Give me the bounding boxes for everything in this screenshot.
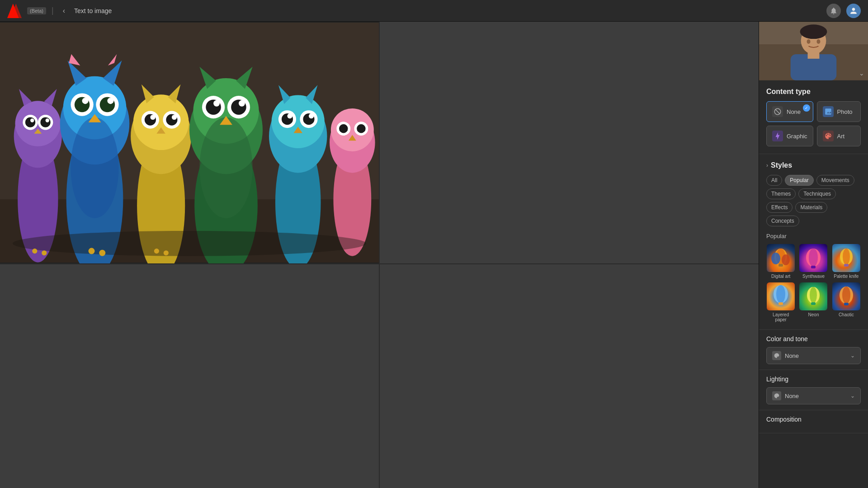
- styles-chevron: ›: [766, 162, 768, 169]
- svg-point-87: [800, 24, 827, 39]
- composition-title: Composition: [766, 416, 861, 423]
- selected-check: ✓: [803, 104, 810, 112]
- layered-paper-preview: [767, 282, 795, 310]
- content-type-photo[interactable]: Photo: [817, 101, 861, 122]
- svg-point-106: [843, 249, 850, 265]
- layered-paper-thumb: [767, 282, 795, 310]
- none-label: None: [787, 108, 801, 115]
- svg-point-19: [71, 117, 118, 218]
- webcam-collapse-chevron[interactable]: ⌄: [859, 70, 864, 77]
- svg-point-52: [239, 100, 245, 107]
- svg-point-74: [357, 124, 366, 133]
- main-layout: A: [0, 22, 868, 488]
- svg-rect-107: [844, 264, 849, 267]
- filter-movements[interactable]: Movements: [816, 175, 854, 186]
- svg-point-33: [133, 94, 189, 150]
- filter-effects[interactable]: Effects: [766, 202, 793, 213]
- digital-art-preview: [767, 244, 795, 272]
- content-type-art[interactable]: Art: [817, 126, 861, 146]
- art-icon: [823, 131, 834, 141]
- svg-rect-89: [808, 52, 820, 59]
- grid-cell-3[interactable]: [0, 264, 379, 488]
- color-tone-icon: [772, 351, 781, 360]
- grid-cell-2[interactable]: [380, 22, 759, 263]
- topbar-right: [826, 4, 861, 18]
- svg-point-61: [287, 113, 292, 118]
- style-grid: Digital art Synthwave: [766, 244, 861, 322]
- filter-themes[interactable]: Themes: [766, 188, 796, 199]
- svg-point-77: [32, 249, 37, 253]
- content-type-title: Content type: [766, 88, 861, 96]
- neon-preview: [799, 282, 827, 310]
- svg-point-110: [776, 285, 785, 303]
- grid-cell-1[interactable]: [0, 22, 379, 263]
- filter-popular[interactable]: Popular: [785, 175, 813, 186]
- divider: |: [52, 6, 54, 15]
- content-type-graphic[interactable]: Graphic: [766, 126, 813, 146]
- svg-point-12: [46, 118, 49, 122]
- svg-point-76: [13, 231, 366, 256]
- image-grid: [0, 22, 759, 488]
- style-palette-knife[interactable]: Palette knife: [832, 244, 861, 279]
- topbar: (Beta) | ‹ Text to image: [0, 0, 868, 22]
- svg-point-36: [150, 115, 155, 120]
- svg-point-11: [40, 117, 50, 127]
- back-button[interactable]: ‹: [59, 5, 69, 17]
- svg-point-22: [82, 98, 89, 104]
- art-label: Art: [837, 133, 845, 140]
- filter-tags: All Popular Movements Themes Techniques …: [766, 175, 861, 226]
- graphic-label: Graphic: [787, 133, 807, 140]
- beta-badge: (Beta): [27, 7, 46, 14]
- color-tone-section: Color and tone None ⌄: [759, 330, 868, 370]
- svg-point-72: [339, 124, 348, 133]
- styles-header[interactable]: › Styles: [766, 161, 861, 169]
- user-avatar[interactable]: [846, 4, 861, 18]
- style-neon[interactable]: Neon: [799, 282, 828, 322]
- svg-point-9: [30, 118, 34, 122]
- content-type-grid: None ✓ Photo Graphic: [766, 101, 861, 146]
- svg-point-114: [810, 287, 817, 303]
- svg-point-46: [199, 117, 252, 218]
- svg-point-49: [213, 100, 220, 107]
- color-tone-chevron: ⌄: [850, 352, 855, 359]
- svg-point-102: [809, 249, 818, 267]
- lighting-icon: [772, 391, 781, 400]
- lighting-section: Lighting None ⌄: [759, 370, 868, 410]
- filter-concepts[interactable]: Concepts: [766, 216, 799, 226]
- filter-materials[interactable]: Materials: [795, 202, 827, 213]
- graphic-icon: [772, 131, 783, 141]
- color-tone-dropdown[interactable]: None ⌄: [766, 347, 861, 364]
- svg-point-25: [107, 98, 113, 104]
- neon-thumb: [799, 282, 827, 310]
- chaotic-thumb: [832, 282, 860, 310]
- svg-point-90: [807, 39, 811, 44]
- svg-point-64: [309, 113, 314, 118]
- style-layered-paper[interactable]: Layered paper: [766, 282, 795, 322]
- notification-bell[interactable]: [826, 4, 841, 18]
- canvas-area: A: [0, 22, 759, 488]
- synthwave-preview: [799, 244, 827, 272]
- content-type-section: Content type None ✓ Photo: [759, 80, 868, 154]
- chaotic-label: Chaotic: [839, 312, 854, 317]
- content-type-none[interactable]: None ✓: [766, 101, 813, 122]
- svg-rect-119: [844, 303, 849, 305]
- styles-section: › Styles All Popular Movements Themes Te…: [759, 154, 868, 330]
- grid-cell-4[interactable]: [380, 264, 759, 488]
- svg-rect-103: [811, 266, 816, 268]
- svg-point-79: [89, 248, 95, 254]
- style-chaotic[interactable]: Chaotic: [832, 282, 861, 322]
- synthwave-label: Synthwave: [802, 274, 825, 279]
- adobe-logo: [7, 4, 22, 18]
- style-synthwave[interactable]: Synthwave: [799, 244, 828, 279]
- photo-icon: [823, 106, 834, 117]
- color-tone-value: None: [785, 352, 847, 359]
- svg-rect-115: [811, 302, 816, 305]
- style-digital-art[interactable]: Digital art: [766, 244, 795, 279]
- svg-point-91: [816, 39, 820, 44]
- lighting-dropdown[interactable]: None ⌄: [766, 387, 861, 404]
- filter-techniques[interactable]: Techniques: [798, 188, 836, 199]
- svg-rect-111: [778, 302, 783, 305]
- filter-all[interactable]: All: [766, 175, 782, 186]
- svg-point-82: [164, 250, 169, 255]
- none-icon: [772, 106, 783, 117]
